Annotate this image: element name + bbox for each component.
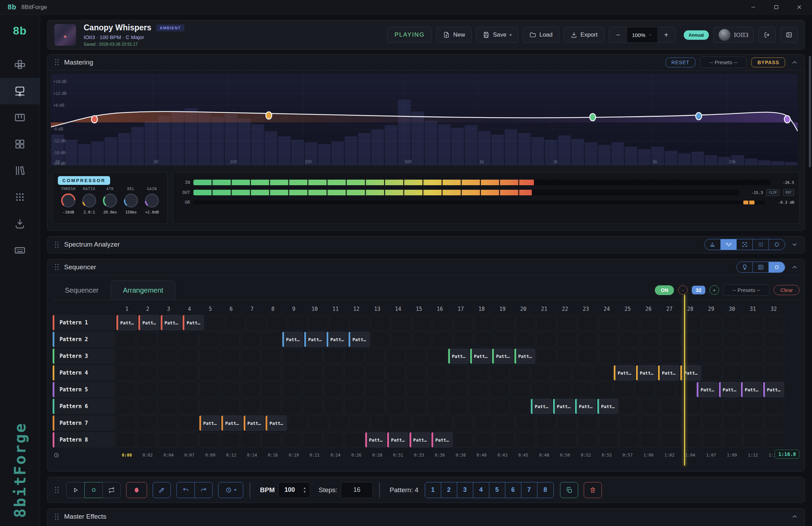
arrangement-cell[interactable]: [619, 415, 639, 431]
arrangement-cell-filled[interactable]: Patt…: [266, 415, 286, 431]
clip-button[interactable]: CLIP: [766, 189, 780, 196]
arrangement-cell[interactable]: [158, 365, 177, 381]
arrangement-cell[interactable]: [241, 365, 260, 381]
arrangement-cell[interactable]: [344, 432, 364, 448]
arrangement-cell[interactable]: [765, 332, 784, 347]
knob-rel[interactable]: REL 150ms: [121, 187, 141, 215]
pattern-row-label[interactable]: Pattern 3: [53, 348, 115, 364]
arrangement-cell-filled[interactable]: Patt…: [282, 332, 303, 347]
arrangement-cell[interactable]: [158, 332, 177, 347]
arrangement-cell[interactable]: [454, 332, 473, 347]
arrangement-cell[interactable]: [469, 399, 488, 414]
zoom-out-button[interactable]: −: [609, 27, 627, 43]
arrangement-cell[interactable]: [765, 315, 784, 330]
arrangement-cell-filled[interactable]: Patt…: [387, 432, 408, 448]
new-button[interactable]: New: [436, 27, 472, 43]
arrangement-cell[interactable]: [282, 348, 302, 364]
arrangement-cell[interactable]: [324, 399, 343, 414]
arrangement-cell[interactable]: [158, 382, 177, 397]
arrangement-cell[interactable]: [531, 382, 550, 397]
arrangement-cell[interactable]: [178, 415, 198, 431]
arrangement-cell[interactable]: [619, 348, 639, 364]
arrangement-cell[interactable]: [324, 382, 343, 397]
arrangement-cell[interactable]: [552, 365, 571, 381]
arrangement-cell[interactable]: [324, 365, 343, 381]
arrangement-cell[interactable]: [474, 415, 494, 431]
arrangement-cell-filled[interactable]: Patt…: [614, 365, 635, 381]
arrangement-cell[interactable]: [510, 399, 530, 414]
arrangement-cell[interactable]: [765, 365, 784, 381]
arrangement-cell[interactable]: [661, 399, 680, 414]
arrangement-cell[interactable]: [261, 382, 281, 397]
arrangement-cell[interactable]: [365, 348, 385, 364]
arrangement-cell-filled[interactable]: Patt…: [448, 348, 469, 364]
arrangement-cell[interactable]: [744, 332, 763, 347]
arrangement-cell[interactable]: [261, 332, 281, 347]
arrangement-cell[interactable]: [412, 315, 432, 330]
pattern-row-label[interactable]: Pattern 7: [53, 415, 115, 431]
arrangement-cell[interactable]: [454, 432, 473, 448]
arrangement-cell[interactable]: [199, 365, 219, 381]
arrangement-cell[interactable]: [350, 415, 369, 431]
spectrum-mode-wave[interactable]: [721, 239, 737, 250]
collapse-sequencer-button[interactable]: [790, 263, 799, 272]
arrangement-cell[interactable]: [137, 365, 156, 381]
arrangement-cell[interactable]: [489, 382, 509, 397]
arrangement-cell[interactable]: [744, 365, 763, 381]
tab-sequencer[interactable]: Sequencer: [53, 280, 111, 300]
arrangement-cell[interactable]: [386, 365, 405, 381]
record-button[interactable]: [126, 482, 147, 498]
arrangement-cell[interactable]: [744, 315, 763, 330]
arrangement-cell[interactable]: [116, 399, 136, 414]
arrangement-cell[interactable]: [489, 365, 509, 381]
timeline[interactable]: 0:000:020:040:070:090:120:140:160:190:21…: [53, 448, 799, 462]
pattern-button-5[interactable]: 5: [489, 482, 505, 498]
spectrum-mode-bars[interactable]: [705, 239, 721, 250]
arrangement-cell[interactable]: [765, 432, 784, 448]
arrangement-cell[interactable]: [329, 415, 349, 431]
arrangement-cell[interactable]: [178, 365, 198, 381]
arrangement-cell-filled[interactable]: Patt…: [431, 432, 452, 448]
bpm-input[interactable]: 100 ▲ ▼: [278, 482, 310, 498]
seq-view-hints[interactable]: [737, 262, 753, 272]
arrangement-cell-filled[interactable]: Patt…: [138, 315, 159, 330]
arrangement-cell[interactable]: [640, 315, 660, 330]
arrangement-cell[interactable]: [744, 399, 763, 414]
arrangement-cell[interactable]: [116, 415, 136, 431]
arrangement-cell[interactable]: [723, 365, 743, 381]
arrangement-cell[interactable]: [676, 382, 696, 397]
arrangement-cell[interactable]: [536, 315, 556, 330]
clear-button[interactable]: Clear: [774, 285, 799, 295]
arrangement-presets-select[interactable]: -- Presets --: [723, 284, 769, 296]
eq-band-point[interactable]: [696, 113, 702, 120]
arrangement-cell[interactable]: [116, 332, 136, 347]
arrangement-cell[interactable]: [427, 348, 447, 364]
arrangement-cell[interactable]: [516, 332, 535, 347]
draw-button[interactable]: [153, 482, 171, 498]
arrangement-cell[interactable]: [572, 382, 592, 397]
eq-band-point[interactable]: [590, 114, 596, 121]
bars-decrease-button[interactable]: -: [678, 285, 688, 295]
arrangement-cell-filled[interactable]: Patt…: [183, 315, 204, 330]
zoom-level-select[interactable]: 100%: [627, 27, 657, 43]
arrangement-cell-filled[interactable]: Patt…: [327, 332, 347, 347]
arrangement-cell[interactable]: [365, 365, 385, 381]
arrangement-cell[interactable]: [469, 365, 488, 381]
arrangement-cell[interactable]: [344, 382, 364, 397]
arrangement-cell[interactable]: [220, 432, 239, 448]
arrangement-cell[interactable]: [386, 348, 405, 364]
collapse-master-effects-button[interactable]: [790, 512, 799, 521]
arrangement-cell[interactable]: [702, 365, 722, 381]
arrangement-cell[interactable]: [391, 315, 411, 330]
arrangement-cell[interactable]: [723, 399, 743, 414]
pattern-button-7[interactable]: 7: [521, 482, 537, 498]
knob-atk[interactable]: ATK 20.0ms: [100, 187, 121, 215]
arrangement-cell[interactable]: [412, 332, 432, 347]
arrangement-cell[interactable]: [614, 382, 633, 397]
drag-handle[interactable]: [54, 486, 59, 494]
arrangement-cell[interactable]: [344, 348, 364, 364]
arrangement-cell[interactable]: [765, 399, 784, 414]
sidebar-item-instruments[interactable]: [0, 104, 40, 131]
arrangement-cell[interactable]: [578, 432, 597, 448]
arrangement-cell-filled[interactable]: Patt…: [514, 348, 535, 364]
